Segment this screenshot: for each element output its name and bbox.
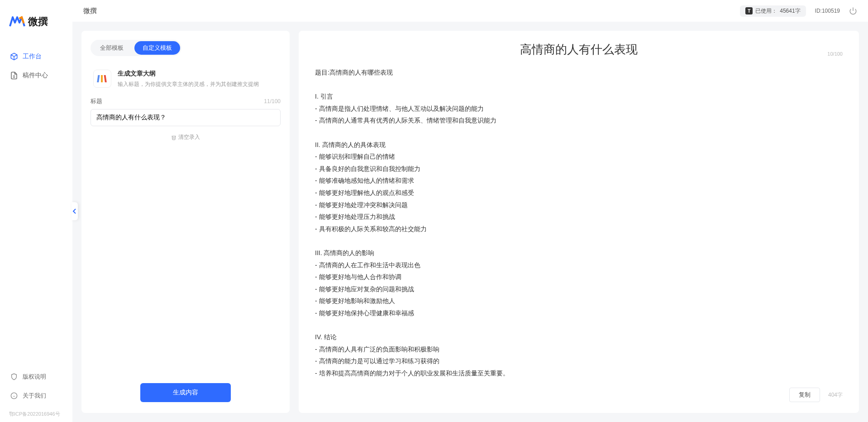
- usage-value: 45641字: [780, 7, 800, 15]
- logo-icon: [9, 14, 25, 30]
- power-icon[interactable]: [849, 7, 857, 15]
- main-area: 微撰 T 已使用： 45641字 ID:100519 全部模板 自定义模板: [72, 0, 868, 422]
- info-icon: [10, 392, 18, 400]
- topbar: 微撰 T 已使用： 45641字 ID:100519: [72, 0, 868, 22]
- text-icon: T: [745, 7, 753, 14]
- main-nav: 工作台 稿件中心: [0, 48, 72, 364]
- nav-item-copyright[interactable]: 版权说明: [5, 368, 68, 385]
- generate-button[interactable]: 生成内容: [140, 383, 231, 402]
- nav-label: 版权说明: [23, 373, 46, 381]
- title-field-counter: 11/100: [264, 98, 281, 104]
- svg-rect-5: [101, 75, 103, 82]
- document-title-counter: 10/100: [827, 51, 843, 57]
- nav-label: 稿件中心: [23, 71, 48, 80]
- sidebar-collapse-button[interactable]: [72, 202, 78, 220]
- nav-label: 关于我们: [23, 392, 46, 400]
- sidebar: 微撰 工作台 稿件中心 版权说明: [0, 0, 72, 422]
- nav-label: 工作台: [23, 52, 42, 61]
- nav-item-workspace[interactable]: 工作台: [5, 48, 68, 65]
- books-icon: [93, 70, 111, 88]
- nav-item-drafts[interactable]: 稿件中心: [5, 67, 68, 84]
- cube-icon: [10, 52, 18, 61]
- nav-item-about[interactable]: 关于我们: [5, 387, 68, 404]
- document-icon: [10, 71, 18, 80]
- copy-button[interactable]: 复制: [789, 388, 820, 402]
- word-count: 404字: [828, 391, 843, 399]
- shield-icon: [10, 373, 18, 381]
- user-id: ID:100519: [815, 8, 840, 14]
- clear-input-button[interactable]: 清空录入: [171, 133, 200, 141]
- document-title[interactable]: 高情商的人有什么表现: [315, 42, 843, 57]
- input-panel: 全部模板 自定义模板 生成文章大纲 输入标题，为你提供文章主体的灵感，并为其创建…: [81, 31, 290, 413]
- tab-all-templates[interactable]: 全部模板: [92, 41, 132, 55]
- template-card: 生成文章大纲 输入标题，为你提供文章主体的灵感，并为其创建推文提纲: [91, 65, 281, 97]
- footer-nav: 版权说明 关于我们: [0, 364, 72, 411]
- logo: 微撰: [0, 0, 72, 48]
- template-desc: 输入标题，为你提供文章主体的灵感，并为其创建推文提纲: [118, 81, 259, 88]
- usage-badge[interactable]: T 已使用： 45641字: [740, 5, 806, 17]
- template-title: 生成文章大纲: [118, 70, 259, 78]
- title-field-label: 标题: [91, 97, 102, 105]
- page-title: 微撰: [83, 7, 97, 15]
- clear-label: 清空录入: [178, 133, 200, 141]
- tab-custom-templates[interactable]: 自定义模板: [134, 41, 180, 55]
- template-tabs: 全部模板 自定义模板: [91, 40, 181, 56]
- chevron-left-icon: [72, 209, 77, 214]
- output-panel: 高情商的人有什么表现 10/100 题目:高情商的人有哪些表现 I. 引言 - …: [299, 31, 859, 413]
- icp-label: 鄂ICP备2022016946号: [0, 411, 72, 422]
- svg-rect-4: [97, 75, 100, 82]
- trash-icon: [171, 135, 176, 140]
- document-body[interactable]: 题目:高情商的人有哪些表现 I. 引言 - 高情商是指人们处理情绪、与他人互动以…: [315, 66, 843, 381]
- title-input[interactable]: [91, 109, 281, 126]
- svg-rect-6: [104, 75, 107, 82]
- usage-label: 已使用：: [755, 7, 777, 15]
- logo-text: 微撰: [28, 15, 48, 28]
